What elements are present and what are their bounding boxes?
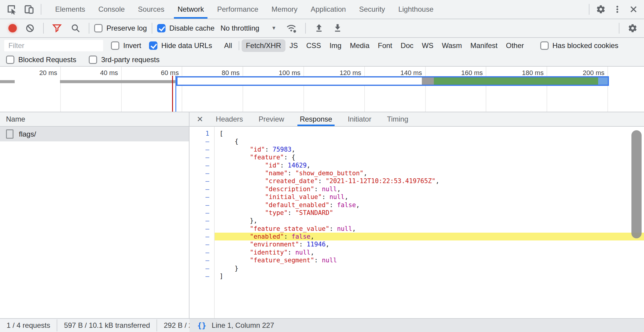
timeline-overview[interactable]: 20 ms40 ms60 ms80 ms100 ms120 ms140 ms16… [0,67,644,112]
line-number: – [189,177,214,185]
main-tab-network[interactable]: Network [171,0,210,19]
filter-type-doc[interactable]: Doc [396,39,418,52]
throttling-select[interactable]: No throttling ▼ [216,24,280,32]
filter-type-other[interactable]: Other [502,39,528,52]
ruler-tick: 140 ms [365,67,426,112]
close-icon[interactable] [625,0,644,19]
network-settings-gear-icon[interactable] [624,19,641,37]
request-bar-segment [434,77,598,85]
line-number: – [189,153,214,161]
import-har-icon[interactable] [311,19,327,37]
settings-gear-icon[interactable] [592,0,609,19]
pretty-print-icon[interactable]: {} [197,321,206,330]
device-toolbar-icon[interactable] [20,0,38,19]
ruler-tick: 200 ms [547,67,608,112]
more-options-icon[interactable] [609,0,625,19]
main-tab-lighthouse[interactable]: Lighthouse [392,0,440,19]
preserve-log-toggle[interactable]: Preserve log [94,24,147,32]
has-blocked-cookies-checkbox[interactable] [540,41,549,50]
main-tab-console[interactable]: Console [92,0,131,19]
cursor-position: Line 1, Column 227 [212,321,274,330]
filter-funnel-icon[interactable] [49,19,65,37]
third-party-requests-checkbox[interactable] [89,56,97,64]
ruler-tick: 180 ms [486,67,547,112]
filter-type-all[interactable]: All [220,39,236,52]
document-icon [6,129,13,139]
main-tab-application[interactable]: Application [304,0,352,19]
dcl-event-line [172,76,173,112]
code-line: – "type": "STANDARD" [189,209,644,217]
response-status: {} Line 1, Column 227 [189,319,644,332]
clear-icon[interactable] [22,19,38,37]
main-tab-sources[interactable]: Sources [131,0,171,19]
main-tab-security[interactable]: Security [353,0,392,19]
third-party-requests-toggle[interactable]: 3rd-party requests [89,56,160,64]
code-text: "name": "show_demo_button", [214,169,644,177]
main-tab-performance[interactable]: Performance [210,0,265,19]
main-tab-elements[interactable]: Elements [49,0,92,19]
export-har-icon[interactable] [329,19,346,37]
code-line: – "identity": null, [189,249,644,256]
response-scrollbar-thumb[interactable] [631,130,642,238]
detail-tab-initiator[interactable]: Initiator [340,112,379,126]
filter-type-font[interactable]: Font [374,39,396,52]
code-line: – "feature": { [189,153,644,161]
toolbar-divider [41,4,41,15]
request-bar-segment [422,77,434,85]
detail-tab-headers[interactable]: Headers [208,112,251,126]
code-line: – "id": 75983, [189,146,644,153]
filter-type-manifest[interactable]: Manifest [466,39,502,52]
has-blocked-cookies-label: Has blocked cookies [553,41,619,50]
filter-type-media[interactable]: Media [346,39,374,52]
code-text: "created_date": "2021-11-12T10:22:53.419… [214,177,644,185]
code-line: –] [189,272,644,280]
inspect-element-icon[interactable] [3,0,20,19]
line-number: – [189,272,214,280]
code-line: – "id": 14629, [189,161,644,169]
blocked-requests-toggle[interactable]: Blocked Requests [6,56,76,64]
disable-cache-checkbox[interactable] [157,24,165,32]
selected-request-bar[interactable] [176,76,609,86]
preserve-log-checkbox[interactable] [94,24,103,32]
code-text: "id": 75983, [214,146,644,153]
code-line: – "created_date": "2021-11-12T10:22:53.4… [189,177,644,185]
hide-data-urls-label: Hide data URLs [161,41,212,50]
code-text: "type": "STANDARD" [214,209,644,217]
search-icon[interactable] [67,19,84,37]
detail-tab-response[interactable]: Response [292,112,340,126]
request-row-flags-[interactable]: flags/ [0,127,189,141]
name-column-header[interactable]: Name [0,112,189,127]
filter-type-ws[interactable]: WS [418,39,438,52]
detail-close-icon[interactable]: ✕ [189,115,208,124]
code-line: 1[ [189,130,644,137]
code-line: – } [189,264,644,272]
filter-type-fetch-xhr[interactable]: Fetch/XHR [242,39,285,52]
filter-input[interactable] [4,40,103,51]
chevron-down-icon: ▼ [271,25,276,31]
response-viewer[interactable]: 1[– {– "id": 75983,– "feature": {– "id":… [189,127,644,318]
main-tab-memory[interactable]: Memory [265,0,304,19]
hide-data-urls-checkbox[interactable] [149,41,157,50]
code-line: – }, [189,217,644,225]
ruler-tick: 20 ms [0,67,61,112]
detail-tab-timing[interactable]: Timing [379,112,416,126]
hide-data-urls-toggle[interactable]: Hide data URLs [149,41,212,50]
invert-toggle[interactable]: Invert [111,41,141,50]
filter-type-wasm[interactable]: Wasm [438,39,466,52]
filter-type-css[interactable]: CSS [302,39,325,52]
blocked-requests-checkbox[interactable] [6,56,14,64]
detail-tab-preview[interactable]: Preview [251,112,292,126]
disable-cache-toggle[interactable]: Disable cache [157,24,215,32]
waterfall-bar [0,80,15,83]
code-text: } [214,264,644,272]
throttling-value: No throttling [220,24,259,32]
filter-type-js[interactable]: JS [285,39,302,52]
toolbar-divider [43,23,44,34]
record-button[interactable] [8,24,17,32]
filter-type-img[interactable]: Img [325,39,346,52]
devtools-window: ElementsConsoleSourcesNetworkPerformance… [0,0,644,332]
has-blocked-cookies-toggle[interactable]: Has blocked cookies [540,41,619,50]
network-conditions-icon[interactable] [282,19,300,37]
invert-checkbox[interactable] [111,41,119,50]
line-number: – [189,217,214,225]
